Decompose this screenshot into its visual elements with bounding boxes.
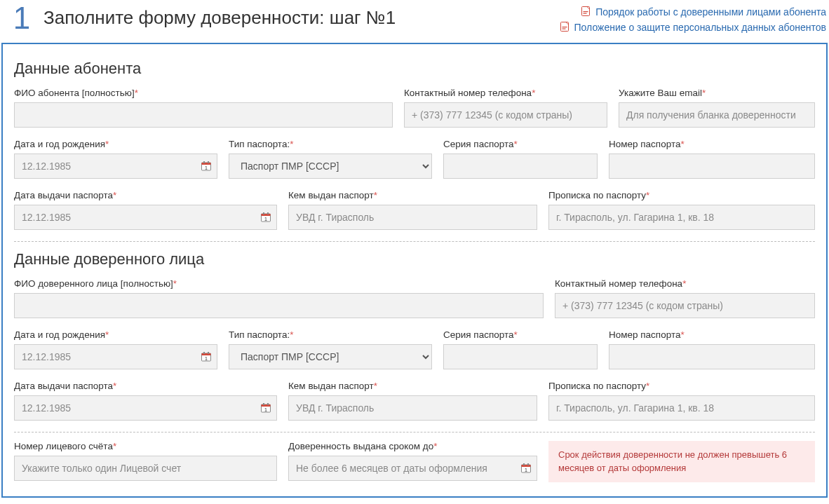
alert-validity: Срок действия доверенности не должен пре… <box>548 441 815 482</box>
label-passport-number-trustee: Номер паспорта* <box>609 329 815 340</box>
page-title: Заполните форму доверенности: шаг №1 <box>43 0 560 29</box>
label-passport-issue-date-trustee: Дата выдачи паспорта* <box>14 381 277 391</box>
label-passport-issued-by: Кем выдан паспорт* <box>288 190 537 200</box>
label-phone-trustee: Контактный номер телефона* <box>555 278 815 289</box>
input-passport-issued-by-subscriber[interactable] <box>288 205 537 230</box>
section-subscriber-title: Данные абонента <box>14 60 815 78</box>
label-fio-trustee: ФИО доверенного лица [полностью]* <box>14 278 544 289</box>
form-frame: Данные абонента ФИО абонента [полностью]… <box>1 43 828 498</box>
label-fio-subscriber: ФИО абонента [полностью]* <box>14 88 393 98</box>
select-passport-type-subscriber[interactable]: Паспорт ПМР [СССР] <box>229 154 432 179</box>
input-account[interactable] <box>14 456 277 481</box>
input-fio-trustee[interactable] <box>14 293 544 318</box>
input-phone-subscriber[interactable] <box>404 102 607 128</box>
input-passport-issued-by-trustee[interactable] <box>288 395 537 421</box>
input-passport-registration-trustee[interactable] <box>548 395 815 421</box>
input-valid-until[interactable] <box>288 456 537 481</box>
page-header: 1 Заполните форму доверенности: шаг №1 П… <box>0 0 829 41</box>
label-phone: Контактный номер телефона* <box>404 88 607 98</box>
label-passport-number: Номер паспорта* <box>609 139 815 149</box>
label-passport-series: Серия паспорта* <box>443 139 598 149</box>
select-passport-type-trustee[interactable]: Паспорт ПМР [СССР] <box>229 344 432 369</box>
input-passport-registration-subscriber[interactable] <box>548 205 815 230</box>
input-phone-trustee[interactable] <box>555 293 815 318</box>
input-passport-issue-date-subscriber[interactable] <box>14 205 277 230</box>
label-email: Укажите Ваш email* <box>619 88 815 98</box>
section-trustee-title: Данные доверенного лица <box>14 250 815 268</box>
divider <box>14 432 815 433</box>
link-procedure[interactable]: Порядок работы с доверенными лицами абон… <box>595 6 826 18</box>
input-passport-issue-date-trustee[interactable] <box>14 395 277 421</box>
label-passport-type: Тип паспорта:* <box>229 139 432 149</box>
pdf-icon <box>581 6 590 16</box>
divider <box>14 241 815 242</box>
step-number: 1 <box>0 0 43 34</box>
label-account: Номер лицевого счёта* <box>14 441 277 451</box>
input-passport-series-subscriber[interactable] <box>443 154 598 179</box>
input-passport-number-subscriber[interactable] <box>609 154 815 179</box>
label-passport-issue-date: Дата выдачи паспорта* <box>14 190 277 200</box>
input-fio-subscriber[interactable] <box>14 102 393 128</box>
header-links: Порядок работы с доверенными лицами абон… <box>560 0 829 36</box>
label-passport-series-trustee: Серия паспорта* <box>443 329 598 340</box>
input-email[interactable] <box>619 102 815 128</box>
input-passport-number-trustee[interactable] <box>609 344 815 369</box>
label-passport-registration: Прописка по паспорту* <box>548 190 815 200</box>
link-privacy[interactable]: Положение о защите персональных данных а… <box>574 22 826 33</box>
label-dob-trustee: Дата и год рождения* <box>14 329 217 340</box>
label-passport-issued-by-trustee: Кем выдан паспорт* <box>288 381 537 391</box>
input-dob-subscriber[interactable] <box>14 154 217 179</box>
label-dob: Дата и год рождения* <box>14 139 217 149</box>
label-valid-until: Доверенность выдана сроком до* <box>288 441 537 451</box>
label-passport-type-trustee: Тип паспорта:* <box>229 329 432 340</box>
input-passport-series-trustee[interactable] <box>443 344 598 369</box>
pdf-icon <box>560 22 569 32</box>
label-passport-registration-trustee: Прописка по паспорту* <box>548 381 815 391</box>
input-dob-trustee[interactable] <box>14 344 217 369</box>
